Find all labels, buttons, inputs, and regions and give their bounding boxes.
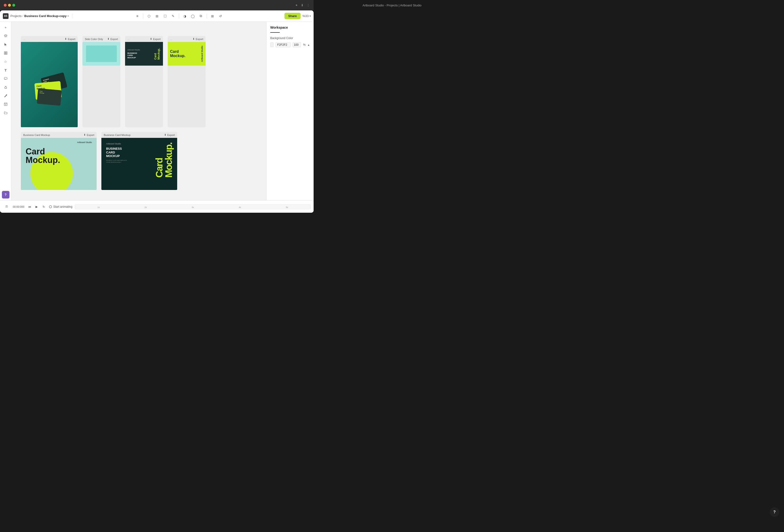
app-logo[interactable]: AS <box>3 13 8 19</box>
color-swatch[interactable] <box>270 43 274 47</box>
breadcrumb-parent[interactable]: Projects <box>10 14 22 18</box>
biz-card-dark-preview: Artboard Studio BUSINESSCARDMOCKUP CardM… <box>125 42 163 65</box>
maximize-button[interactable] <box>12 4 15 7</box>
artboard-card-dark-title: ... <box>128 38 130 40</box>
share-button[interactable]: Share <box>284 13 301 19</box>
artboard-main-export[interactable]: ⬇ Export <box>65 37 75 40</box>
sidebar-comment-btn[interactable] <box>2 75 9 82</box>
artboard-bc2-title: Business Card Mockup <box>104 134 131 136</box>
title-bar-left <box>4 4 15 7</box>
more-icon[interactable]: ⋮ <box>307 3 310 7</box>
close-button[interactable] <box>4 4 7 7</box>
overlap-tool-btn[interactable]: ⧉ <box>197 12 205 20</box>
sidebar-folder-btn[interactable] <box>2 109 9 116</box>
card-text-big: CardMockup. <box>26 147 60 164</box>
sidebar-text-btn[interactable]: T <box>2 66 9 74</box>
card-dark-right-text: CardMockup. <box>154 48 161 60</box>
zoom-dropdown-icon[interactable]: ▾ <box>310 15 311 17</box>
artboard-side-export[interactable]: ⬇ Export <box>107 37 118 40</box>
artboard-side-header: Side Color Only ⬇ Export <box>82 36 120 42</box>
svg-rect-4 <box>4 78 7 79</box>
sidebar-pen-btn[interactable] <box>2 92 9 100</box>
artboard-card-lime-title: ... <box>170 38 172 40</box>
color-row: % ▲ <box>270 42 310 47</box>
pct-label: % <box>303 43 306 47</box>
artboard-bc2-header: Business Card Mockup ⬇ Export <box>102 132 177 138</box>
zoom-control[interactable]: %33 ▾ <box>303 14 311 18</box>
artboard-row-1: ... ⬇ Export <box>21 36 257 127</box>
sidebar-layers-btn[interactable] <box>2 32 9 40</box>
artboard-bc1-content: Artboard Studio CardMockup. <box>21 138 96 190</box>
sidebar-help-btn[interactable]: ? <box>2 191 9 198</box>
card-dark-right-section: CardMockup. <box>151 138 177 183</box>
sidebar-fill-btn[interactable] <box>2 83 9 91</box>
title-bar: Artboard Studio - Projects | Artboard St… <box>0 0 314 10</box>
timeline-ruler[interactable]: 1s 2s 3s 4s 5s <box>75 204 311 209</box>
breadcrumb-dropdown-icon[interactable]: ▾ <box>67 15 69 17</box>
tl-play-btn[interactable]: ▶ <box>34 204 39 209</box>
toolbar: AS Projects / Business Card Mockup-copy … <box>0 10 314 22</box>
artboard-card-lime-header: ... ⬇ Export <box>168 36 205 42</box>
artboard-card-dark-header: ... ⬇ Export <box>125 36 163 42</box>
card-dark-left-text: Artboard Studio BUSINESSCARDMOCKUP <box>128 49 140 59</box>
card-biz-desc: DOUBLE CLICK AND REPLACEYOUR DESIGN EASI… <box>106 160 146 163</box>
biz-card-bottom-text: CardMockup. <box>39 90 60 95</box>
export-icon-5: ⬇ <box>84 133 86 136</box>
sidebar-table-btn[interactable] <box>2 101 9 108</box>
timeline-settings-btn[interactable] <box>3 203 10 211</box>
biz-card-bottom: CardMockup. <box>37 88 62 106</box>
tools-sep-3 <box>206 14 207 19</box>
artboard-main-mockup[interactable]: ... ⬇ Export <box>21 36 78 127</box>
circle-tool-btn[interactable]: ◯ <box>189 12 197 20</box>
star-icon[interactable]: ✦ <box>295 3 298 7</box>
table-tool-btn[interactable]: ⊞ <box>209 12 216 20</box>
sidebar-star-btn[interactable]: ☆ <box>2 58 9 65</box>
tl-loop-btn[interactable]: ↻ <box>41 204 47 209</box>
artboard-card-lime-export[interactable]: ⬇ Export <box>193 37 203 40</box>
timeline: 00:00:000 ⏮ ▶ ↻ Start animating 1s 2s 3s… <box>0 200 314 213</box>
opacity-input[interactable] <box>292 42 301 47</box>
color-value-input[interactable] <box>276 42 290 47</box>
select-tool-btn[interactable]: ⬡ <box>145 12 153 20</box>
artboard-card-dark[interactable]: ... ⬇ Export Artboard Studio BUSINESSCAR… <box>125 36 163 127</box>
left-sidebar: + ☆ T <box>0 22 11 200</box>
download-icon[interactable]: ⬇ <box>301 3 304 7</box>
artboard-business-card-1[interactable]: Business Card Mockup ⬇ Export Artboard S… <box>21 132 96 190</box>
canvas-area[interactable]: ... ⬇ Export <box>11 22 266 200</box>
svg-rect-3 <box>6 53 7 54</box>
timeline-controls: ⏮ ▶ ↻ <box>27 204 47 209</box>
artboard-bc1-export[interactable]: ⬇ Export <box>84 133 94 136</box>
rect-tool-btn[interactable]: ☐ <box>161 12 169 20</box>
sidebar-add-btn[interactable]: + <box>2 24 9 31</box>
main-mockup-inner: BUSINESSCARDMOCKUP CardMockup. CardMocku… <box>21 42 78 127</box>
record-icon <box>49 205 52 208</box>
sidebar-select-btn[interactable] <box>2 41 9 48</box>
studio-label: Artboard Studio <box>77 141 92 143</box>
artboard-bc1-header: Business Card Mockup ⬇ Export <box>21 132 96 138</box>
grid-tool-btn[interactable]: ⊞ <box>153 12 161 20</box>
rotate-tool-btn[interactable]: ↺ <box>217 12 224 20</box>
artboard-side-content <box>82 42 120 65</box>
expand-btn[interactable]: ▲ <box>307 44 310 46</box>
artboard-business-card-2[interactable]: Business Card Mockup ⬇ Export Artboard S… <box>102 132 177 190</box>
sidebar-frame-btn[interactable] <box>2 49 9 57</box>
pen-tool-btn[interactable]: ✎ <box>169 12 177 20</box>
artboard-card-dark-export[interactable]: ⬇ Export <box>150 37 161 40</box>
breadcrumb: Projects / Business Card Mockup-copy ▾ <box>10 14 69 18</box>
timeline-time: 00:00:000 <box>13 205 24 208</box>
breadcrumb-current[interactable]: Business Card Mockup-copy <box>24 14 66 18</box>
ruler-mark-4s: 4s <box>216 206 263 208</box>
minimize-button[interactable] <box>8 4 11 7</box>
artboard-card-lime[interactable]: ... ⬇ Export CardMockup. Artboard Studio <box>168 36 205 127</box>
toolbar-right: Share %33 ▾ <box>284 13 311 19</box>
large-card-dark: Artboard Studio BUSINESSCARDMOCKUP DOUBL… <box>102 138 177 190</box>
animate-btn[interactable]: Start animating <box>49 205 73 208</box>
snowflake-tool-btn[interactable]: ✳ <box>134 12 141 20</box>
tl-prev-btn[interactable]: ⏮ <box>27 204 32 209</box>
fill-tool-btn[interactable]: ◑ <box>181 12 189 20</box>
artboard-side-color[interactable]: Side Color Only ⬇ Export <box>82 36 120 127</box>
artboard-bc2-export[interactable]: ⬇ Export <box>164 133 175 136</box>
export-icon-6: ⬇ <box>164 133 166 136</box>
title-bar-right: ✦ ⬇ ⋮ <box>295 3 310 7</box>
ruler-mark-5s: 5s <box>263 206 310 208</box>
